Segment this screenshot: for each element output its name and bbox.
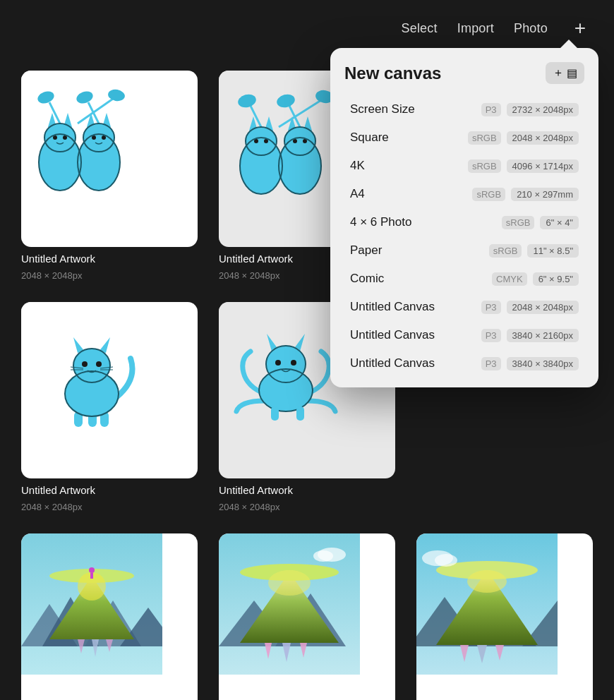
canvas-dimensions: 2048 × 2048px	[507, 131, 579, 145]
select-button[interactable]: Select	[402, 21, 438, 36]
artwork-title: Untitled Artwork	[219, 484, 395, 496]
artwork-thumbnail[interactable]	[416, 533, 593, 700]
svg-point-12	[102, 135, 106, 140]
canvas-option-name: 4 × 6 Photo	[350, 215, 502, 229]
artwork-thumbnail[interactable]	[219, 533, 395, 700]
canvas-option[interactable]: A4 sRGB 210 × 297mm	[336, 180, 593, 208]
artwork-card: Illustration8 2(1) 3840 × 3840px	[219, 533, 395, 700]
import-button[interactable]: Import	[457, 21, 494, 36]
canvas-colorspace: P3	[481, 329, 501, 342]
canvas-option[interactable]: Untitled Canvas P3 3840 × 3840px	[336, 349, 593, 378]
svg-point-35	[303, 139, 307, 143]
canvas-colorspace: P3	[481, 103, 501, 116]
dropdown-header: New canvas ＋ ▤	[330, 62, 598, 95]
canvas-dimensions: 4096 × 1714px	[507, 159, 579, 173]
canvas-colorspace: sRGB	[502, 216, 535, 229]
canvas-option-name: Untitled Canvas	[350, 300, 481, 314]
canvas-option-name: Untitled Canvas	[350, 328, 481, 342]
canvas-dimensions: 210 × 297mm	[511, 188, 579, 201]
artwork-size: 2048 × 2048px	[21, 270, 198, 281]
list-icon: ▤	[567, 66, 577, 80]
canvas-dimensions: 3840 × 2160px	[507, 329, 579, 342]
svg-point-51	[82, 361, 88, 367]
canvas-option[interactable]: Comic CMYK 6" × 9.5"	[336, 265, 593, 293]
canvas-colorspace: sRGB	[489, 244, 522, 258]
canvas-option-name: Square	[350, 131, 468, 145]
svg-rect-85	[90, 573, 93, 579]
artwork-card: Illustration8 3840 × 3840px	[416, 533, 593, 700]
svg-rect-54	[88, 411, 97, 427]
new-canvas-dropdown: New canvas ＋ ▤ Screen Size P3 2732 × 204…	[330, 48, 598, 387]
svg-point-68	[291, 360, 296, 366]
artwork-thumbnail[interactable]	[21, 71, 198, 247]
canvas-option[interactable]: Square sRGB 2048 × 2048px	[336, 123, 593, 152]
artwork-card: Untitled Artwork 2048 × 2048px	[21, 71, 198, 281]
canvas-option-name: 4K	[350, 159, 468, 173]
canvas-option[interactable]: Screen Size P3 2732 × 2048px	[336, 95, 593, 123]
svg-point-67	[275, 360, 281, 366]
svg-point-11	[92, 135, 96, 140]
canvas-dimensions: 6" × 9.5"	[533, 272, 579, 286]
canvas-option[interactable]: Untitled Canvas P3 2048 × 2048px	[336, 293, 593, 321]
svg-point-103	[467, 570, 507, 593]
add-button[interactable]: +	[567, 16, 593, 41]
canvas-option-name: Untitled Canvas	[350, 356, 481, 370]
artwork-thumbnail[interactable]	[21, 533, 198, 700]
canvas-colorspace: sRGB	[472, 188, 505, 201]
canvas-option[interactable]: Untitled Canvas P3 3840 × 2160px	[336, 321, 593, 349]
artwork-card: Untitled Artwork 2032 × 2010px	[21, 533, 198, 700]
canvas-colorspace: sRGB	[468, 131, 501, 145]
svg-point-96	[313, 550, 333, 562]
svg-point-28	[254, 139, 258, 143]
artwork-size: 2048 × 2048px	[219, 502, 395, 512]
canvas-option-name: Screen Size	[350, 102, 481, 116]
artwork-title: Untitled Artwork	[21, 484, 198, 496]
svg-point-34	[293, 139, 297, 143]
canvas-colorspace: sRGB	[468, 159, 501, 173]
svg-point-29	[264, 139, 268, 143]
canvas-option-name: Paper	[350, 243, 489, 258]
plus-icon: ＋	[553, 66, 564, 80]
photo-button[interactable]: Photo	[514, 21, 548, 36]
canvas-option[interactable]: 4K sRGB 4096 × 1714px	[336, 152, 593, 180]
canvas-colorspace: CMYK	[492, 272, 527, 286]
artwork-card: Untitled Artwork 2048 × 2048px	[21, 302, 198, 512]
canvas-option-name: Comic	[350, 272, 492, 286]
canvas-dimensions: 11" × 8.5"	[527, 244, 579, 258]
svg-point-6	[63, 135, 67, 140]
canvas-dimensions: 2048 × 2048px	[507, 301, 579, 314]
svg-point-52	[96, 361, 102, 367]
svg-rect-72	[296, 406, 304, 421]
svg-point-108	[435, 554, 457, 567]
svg-rect-71	[271, 406, 279, 421]
dropdown-title: New canvas	[344, 64, 441, 83]
svg-point-84	[89, 567, 95, 573]
artwork-size: 2048 × 2048px	[21, 502, 198, 512]
svg-point-91	[268, 570, 311, 596]
canvas-colorspace: P3	[481, 301, 501, 314]
canvas-dimensions: 6" × 4"	[540, 216, 579, 229]
dropdown-icon-button[interactable]: ＋ ▤	[546, 62, 584, 84]
artwork-thumbnail[interactable]	[21, 302, 198, 478]
canvas-option[interactable]: 4 × 6 Photo sRGB 6" × 4"	[336, 208, 593, 236]
canvas-option-name: A4	[350, 187, 472, 201]
canvas-colorspace: P3	[481, 357, 501, 370]
artwork-title: Untitled Artwork	[21, 253, 198, 265]
svg-point-5	[53, 135, 57, 140]
canvas-dimensions: 3840 × 3840px	[507, 357, 579, 370]
canvas-option[interactable]: Paper sRGB 11" × 8.5"	[336, 236, 593, 265]
canvas-dimensions: 2732 × 2048px	[507, 103, 579, 116]
canvas-options-list: Screen Size P3 2732 × 2048px Square sRGB…	[330, 95, 598, 378]
